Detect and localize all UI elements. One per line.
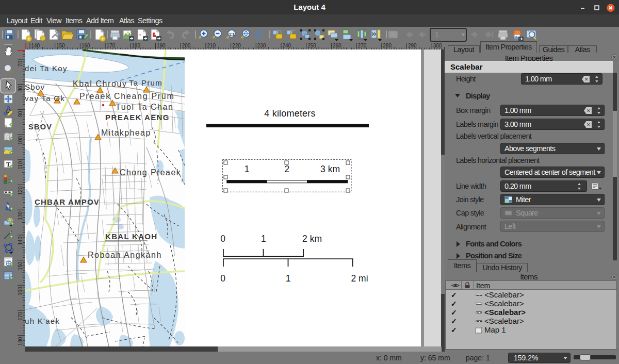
svg-text:Sbov: Sbov	[25, 82, 45, 91]
svg-text:80: 80	[18, 86, 23, 92]
svg-text:290: 290	[408, 43, 417, 48]
svg-text:1: 1	[286, 273, 291, 284]
svg-text:N: N	[7, 204, 9, 208]
svg-text:120: 120	[18, 186, 23, 195]
svg-text:140: 140	[18, 236, 23, 245]
svg-text:160: 160	[18, 287, 23, 295]
svg-text:110: 110	[18, 161, 23, 169]
svg-text:dei Ta Koy: dei Ta Koy	[25, 64, 68, 73]
svg-text:1: 1	[261, 234, 266, 244]
svg-text:280: 280	[383, 43, 392, 48]
svg-text:160: 160	[82, 43, 90, 48]
svg-text:210: 210	[207, 43, 216, 48]
svg-text:Ta Prum: Ta Prum	[129, 78, 162, 87]
svg-text:130: 130	[18, 211, 23, 220]
svg-text:Kbal Chrouy: Kbal Chrouy	[73, 79, 127, 88]
svg-text:180: 180	[132, 43, 140, 48]
svg-text:230: 230	[257, 43, 266, 48]
svg-text:Mitakpheap: Mitakpheap	[101, 128, 151, 137]
svg-text:PREAEK AENG: PREAEK AENG	[105, 113, 170, 122]
svg-text:1: 1	[435, 30, 439, 39]
svg-text:190: 190	[157, 43, 166, 48]
svg-text:220: 220	[232, 43, 241, 48]
svg-text:Preaek Cheang Prum: Preaek Cheang Prum	[79, 92, 174, 101]
svg-text:250: 250	[307, 43, 316, 48]
svg-text:170: 170	[107, 43, 116, 48]
svg-text:260: 260	[333, 43, 341, 48]
svg-text:1:1: 1:1	[229, 32, 234, 36]
svg-text:150: 150	[18, 261, 23, 270]
svg-text:300: 300	[433, 43, 442, 48]
svg-text:240: 240	[283, 43, 291, 48]
svg-text:1: 1	[245, 164, 250, 174]
svg-text:150: 150	[56, 43, 65, 48]
svg-text:70: 70	[18, 61, 23, 67]
svg-text:0: 0	[220, 273, 225, 284]
svg-text:140: 140	[31, 43, 40, 48]
svg-text:2: 2	[285, 164, 290, 174]
svg-text:2 km: 2 km	[302, 234, 322, 244]
svg-text:Roboah Angkanh: Roboah Angkanh	[88, 251, 162, 259]
svg-text:vay Ta Ok: vay Ta Ok	[25, 94, 65, 103]
svg-text:270: 270	[358, 43, 367, 48]
svg-text:3 km: 3 km	[320, 164, 340, 174]
svg-text:180: 180	[18, 337, 23, 345]
svg-text:170: 170	[18, 312, 23, 321]
svg-text:KBAL KAOH: KBAL KAOH	[105, 232, 157, 241]
svg-text:Tuol Ta Chan: Tuol Ta Chan	[116, 103, 173, 111]
svg-text:Chong Preaek: Chong Preaek	[120, 168, 181, 177]
svg-text:90: 90	[18, 111, 23, 117]
svg-text:100: 100	[18, 136, 23, 145]
svg-text:4 kilometers: 4 kilometers	[264, 108, 315, 119]
svg-text:2 mi: 2 mi	[351, 273, 368, 284]
svg-text:200: 200	[182, 43, 191, 48]
svg-text:CHBAR AMPOV: CHBAR AMPOV	[35, 197, 100, 206]
svg-text:SBOV: SBOV	[28, 123, 52, 131]
svg-text:0: 0	[220, 234, 225, 244]
svg-text:uh K'aek: uh K'aek	[25, 317, 60, 325]
